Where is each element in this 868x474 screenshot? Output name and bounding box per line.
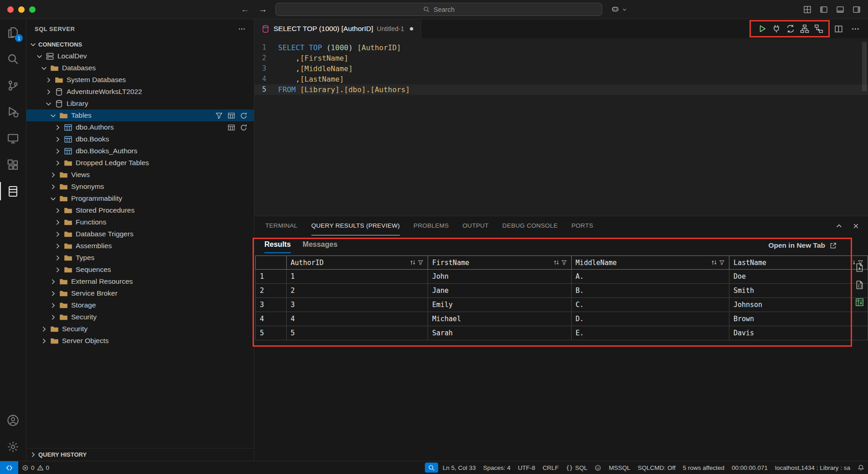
grid-row-4[interactable]: 44MichaelD.Brown	[256, 312, 868, 326]
modified-indicator[interactable]: ●	[409, 24, 413, 33]
activity-bar-item-run-debug[interactable]	[0, 99, 26, 125]
row-number-cell[interactable]: 5	[256, 326, 287, 340]
remote-indicator[interactable]	[0, 461, 18, 474]
column-filter-button[interactable]	[719, 260, 725, 266]
disconnect-button[interactable]	[772, 24, 781, 33]
chevron-right-icon[interactable]	[53, 207, 62, 214]
editor-scrollbar[interactable]	[862, 42, 867, 91]
sort-button[interactable]	[409, 259, 416, 266]
cell-authorid[interactable]: 5	[286, 326, 428, 340]
panel-tab-terminal[interactable]: TERMINAL	[265, 216, 298, 235]
tree-item-sequences[interactable]: Sequences	[26, 264, 254, 276]
row-number-cell[interactable]: 3	[256, 298, 287, 312]
zoom-window-button[interactable]	[29, 6, 36, 13]
tree-item-dbo-authors[interactable]: dbo.Authors	[26, 121, 254, 133]
code-line-5[interactable]: 5FROM [Library].[dbo].[Authors]	[254, 84, 868, 95]
column-header-lastname[interactable]: LastName	[729, 256, 868, 270]
cell-lastname[interactable]: Johnson	[729, 298, 868, 312]
close-window-button[interactable]	[7, 6, 14, 13]
run-query-button[interactable]	[758, 24, 767, 33]
activity-bar-item-sql-server[interactable]	[0, 178, 26, 204]
chevron-right-icon[interactable]	[48, 302, 57, 309]
tree-item-synonyms[interactable]: Synonyms	[26, 181, 254, 193]
cell-lastname[interactable]: Davis	[729, 326, 868, 340]
cell-authorid[interactable]: 2	[286, 284, 428, 298]
chevron-right-icon[interactable]	[48, 313, 57, 321]
column-filter-button[interactable]	[561, 260, 567, 266]
results-view-tab-messages[interactable]: Messages	[303, 240, 338, 253]
cell-authorid[interactable]: 4	[286, 312, 428, 326]
change-connection-button[interactable]	[786, 24, 795, 33]
more-actions-button[interactable]	[851, 25, 860, 33]
chevron-right-icon[interactable]	[44, 88, 53, 96]
cell-firstname[interactable]: Michael	[428, 312, 571, 326]
tree-item-stored-procedures[interactable]: Stored Procedures	[26, 204, 254, 216]
chevron-down-icon[interactable]	[44, 100, 53, 108]
tree-item-localdev[interactable]: LocalDev	[26, 50, 254, 62]
tree-item-security[interactable]: Security	[26, 311, 254, 323]
activity-bar-item-source-control[interactable]	[0, 72, 26, 99]
tree-item-dbo-books[interactable]: dbo.Books	[26, 133, 254, 145]
chevron-right-icon[interactable]	[53, 254, 62, 262]
chevron-right-icon[interactable]	[39, 325, 48, 333]
panel-tab-output[interactable]: OUTPUT	[463, 216, 489, 235]
results-view-tab-results[interactable]: Results	[264, 240, 291, 253]
status-zoom-indicator[interactable]	[425, 463, 438, 473]
enable-actual-plan-button[interactable]	[814, 24, 823, 33]
chevron-right-icon[interactable]	[53, 266, 62, 274]
go-back-button[interactable]: ←	[241, 5, 249, 15]
cell-authorid[interactable]: 3	[286, 298, 428, 312]
chevron-right-icon[interactable]	[53, 124, 62, 131]
grid-row-3[interactable]: 33EmilyC.Johnson	[256, 298, 868, 312]
cell-lastname[interactable]: Smith	[729, 284, 868, 298]
status-feedback[interactable]	[591, 461, 605, 474]
row-number-cell[interactable]: 2	[256, 284, 287, 298]
tree-item-adventureworkslt2022[interactable]: AdventureWorksLT2022	[26, 86, 254, 98]
chevron-right-icon[interactable]	[48, 183, 57, 191]
customize-layout-button[interactable]	[803, 5, 811, 14]
chevron-down-icon[interactable]	[39, 64, 48, 72]
cell-middlename[interactable]: E.	[571, 326, 729, 340]
tree-item-tables[interactable]: Tables	[26, 109, 254, 121]
column-header-middlename[interactable]: MiddleName	[571, 256, 729, 270]
chevron-right-icon[interactable]	[53, 230, 62, 238]
status-encoding[interactable]: UTF-8	[514, 461, 539, 474]
estimated-plan-button[interactable]	[800, 24, 809, 33]
chevron-down-icon[interactable]	[48, 112, 57, 120]
chevron-right-icon[interactable]	[48, 278, 57, 286]
minimize-window-button[interactable]	[18, 6, 25, 13]
activity-bar-item-remote-explorer[interactable]	[0, 125, 26, 151]
status-cursor-position[interactable]: Ln 5, Col 33	[439, 461, 480, 474]
grid-corner-cell[interactable]	[256, 256, 287, 270]
chevron-right-icon[interactable]	[44, 76, 53, 84]
split-editor-button[interactable]	[834, 25, 843, 33]
cell-authorid[interactable]: 1	[286, 270, 428, 284]
status-connection-provider[interactable]: MSSQL	[605, 461, 634, 474]
status-indentation[interactable]: Spaces: 4	[480, 461, 514, 474]
go-forward-button[interactable]: →	[258, 5, 267, 15]
cell-lastname[interactable]: Doe	[729, 270, 868, 284]
maximize-panel-button[interactable]	[835, 222, 843, 230]
connections-section-header[interactable]: CONNECTIONS	[26, 38, 254, 50]
toggle-primary-sidebar-button[interactable]	[820, 5, 828, 14]
select-top-1000-button[interactable]	[227, 112, 235, 120]
activity-bar-item-extensions[interactable]	[0, 151, 26, 178]
tree-item-assemblies[interactable]: Assemblies	[26, 240, 254, 252]
tree-item-databases[interactable]: Databases	[26, 62, 254, 74]
status-rows-affected[interactable]: 5 rows affected	[679, 461, 728, 474]
save-as-json-button[interactable]: {}	[855, 280, 864, 290]
filter-button[interactable]	[215, 112, 223, 120]
cell-firstname[interactable]: Jane	[428, 284, 571, 298]
chevron-right-icon[interactable]	[53, 219, 62, 226]
sort-button[interactable]	[553, 259, 560, 266]
status-notifications[interactable]	[854, 461, 868, 474]
cell-firstname[interactable]: Sarah	[428, 326, 571, 340]
panel-tab-problems[interactable]: PROBLEMS	[413, 216, 449, 235]
tree-item-server-objects[interactable]: Server Objects	[26, 335, 254, 347]
panel-tab-debug-console[interactable]: DEBUG CONSOLE	[502, 216, 558, 235]
code-editor[interactable]: 1SELECT TOP (1000) [AuthorID]2 ,[FirstNa…	[254, 38, 868, 216]
column-header-authorid[interactable]: AuthorID	[286, 256, 428, 270]
cell-middlename[interactable]: D.	[571, 312, 729, 326]
chevron-down-icon[interactable]	[48, 195, 57, 203]
tree-item-dropped-ledger-tables[interactable]: Dropped Ledger Tables	[26, 157, 254, 169]
